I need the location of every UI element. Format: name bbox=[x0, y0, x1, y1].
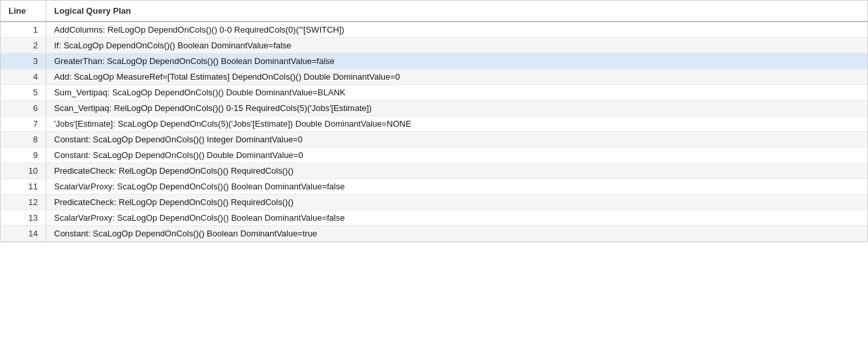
plan-text: Scan_Vertipaq: RelLogOp DependOnCols()()… bbox=[46, 101, 867, 116]
plan-text: Sum_Vertipaq: ScaLogOp DependOnCols()() … bbox=[46, 85, 867, 100]
table-row: 6 Scan_Vertipaq: RelLogOp DependOnCols()… bbox=[1, 101, 867, 116]
plan-text: AddColumns: RelLogOp DependOnCols()() 0-… bbox=[46, 22, 867, 37]
table-row: 7 'Jobs'[Estimate]: ScaLogOp DependOnCol… bbox=[1, 116, 867, 132]
plan-text: Constant: ScaLogOp DependOnCols()() Bool… bbox=[46, 226, 867, 241]
table-row: 14 Constant: ScaLogOp DependOnCols()() B… bbox=[1, 226, 867, 242]
plan-column-header: Logical Query Plan bbox=[46, 1, 867, 21]
table-row: 9 Constant: ScaLogOp DependOnCols()() Do… bbox=[1, 148, 867, 163]
line-number: 2 bbox=[1, 38, 46, 53]
plan-text: Constant: ScaLogOp DependOnCols()() Inte… bbox=[46, 132, 867, 147]
plan-text: PredicateCheck: RelLogOp DependOnCols()(… bbox=[46, 195, 867, 210]
line-number: 14 bbox=[1, 226, 46, 241]
table-header: Line Logical Query Plan bbox=[1, 1, 867, 22]
line-number: 3 bbox=[1, 54, 46, 69]
query-plan-table: Line Logical Query Plan 1AddColumns: Rel… bbox=[0, 0, 868, 242]
line-number: 1 bbox=[1, 22, 46, 37]
table-row: 11 ScalarVarProxy: ScaLogOp DependOnCols… bbox=[1, 179, 867, 195]
line-number: 12 bbox=[1, 195, 46, 210]
line-number: 13 bbox=[1, 210, 46, 225]
table-row: 3 GreaterThan: ScaLogOp DependOnCols()()… bbox=[1, 54, 867, 69]
line-number: 6 bbox=[1, 101, 46, 116]
line-number: 7 bbox=[1, 116, 46, 131]
plan-text: Constant: ScaLogOp DependOnCols()() Doub… bbox=[46, 148, 867, 163]
plan-text: 'Jobs'[Estimate]: ScaLogOp DependOnCols(… bbox=[46, 116, 867, 131]
table-row: 5 Sum_Vertipaq: ScaLogOp DependOnCols()(… bbox=[1, 85, 867, 101]
line-number: 10 bbox=[1, 163, 46, 178]
plan-text: ScalarVarProxy: ScaLogOp DependOnCols()(… bbox=[46, 210, 867, 225]
line-number: 11 bbox=[1, 179, 46, 194]
line-number: 5 bbox=[1, 85, 46, 100]
table-row: 13 ScalarVarProxy: ScaLogOp DependOnCols… bbox=[1, 210, 867, 226]
table-row: 8 Constant: ScaLogOp DependOnCols()() In… bbox=[1, 132, 867, 148]
plan-text: GreaterThan: ScaLogOp DependOnCols()() B… bbox=[46, 54, 867, 69]
line-number: 8 bbox=[1, 132, 46, 147]
plan-text: If: ScaLogOp DependOnCols()() Boolean Do… bbox=[46, 38, 867, 53]
table-row: 1AddColumns: RelLogOp DependOnCols()() 0… bbox=[1, 22, 867, 38]
line-number: 9 bbox=[1, 148, 46, 163]
table-row: 2 If: ScaLogOp DependOnCols()() Boolean … bbox=[1, 38, 867, 54]
line-number: 4 bbox=[1, 69, 46, 84]
plan-text: ScalarVarProxy: ScaLogOp DependOnCols()(… bbox=[46, 179, 867, 194]
line-column-header: Line bbox=[1, 1, 46, 21]
plan-text: PredicateCheck: RelLogOp DependOnCols()(… bbox=[46, 163, 867, 178]
table-row: 12 PredicateCheck: RelLogOp DependOnCols… bbox=[1, 195, 867, 210]
table-body: 1AddColumns: RelLogOp DependOnCols()() 0… bbox=[1, 22, 867, 242]
table-row: 4 Add: ScaLogOp MeasureRef=[Total Estima… bbox=[1, 69, 867, 85]
plan-text: Add: ScaLogOp MeasureRef=[Total Estimate… bbox=[46, 69, 867, 84]
table-row: 10 PredicateCheck: RelLogOp DependOnCols… bbox=[1, 163, 867, 179]
